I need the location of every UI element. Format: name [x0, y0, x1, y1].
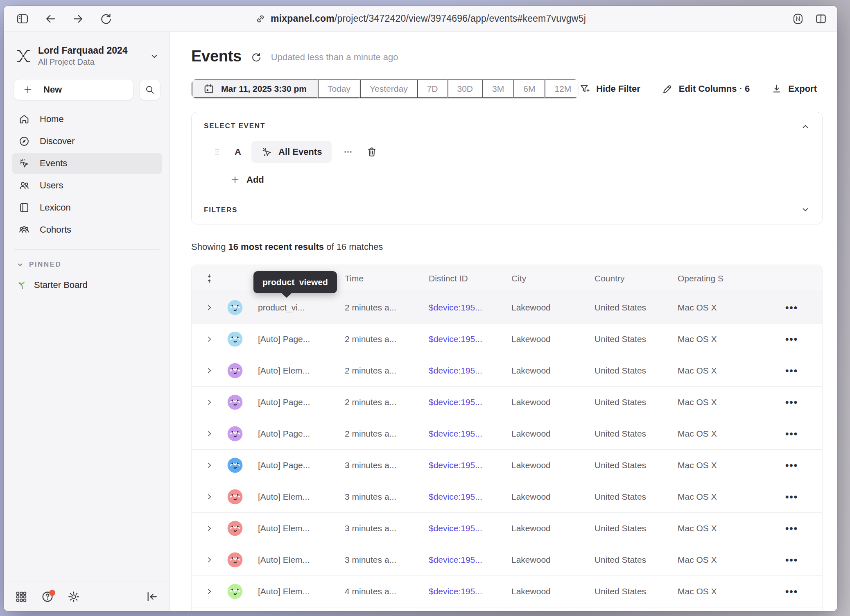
- column-header-city[interactable]: City: [511, 274, 595, 283]
- range-3m[interactable]: 3M: [482, 79, 513, 98]
- row-expand-icon[interactable]: [192, 493, 227, 501]
- date-picker-button[interactable]: Mar 11, 2025 3:30 pm: [192, 79, 318, 98]
- drag-handle-icon[interactable]: [210, 145, 224, 159]
- help-icon[interactable]: [41, 590, 54, 604]
- sidebar-item-cohorts[interactable]: Cohorts: [12, 219, 162, 240]
- table-row[interactable]: [Auto] Elem... 3 minutes a... $device:19…: [192, 544, 822, 576]
- row-actions-icon[interactable]: •••: [785, 554, 798, 566]
- distinct-id-link[interactable]: $device:195...: [429, 397, 511, 407]
- row-expand-icon[interactable]: [192, 398, 227, 406]
- distinct-id-link[interactable]: $device:195...: [429, 587, 511, 596]
- chevron-down-icon: [16, 260, 24, 269]
- distinct-id-link[interactable]: $device:195...: [429, 492, 511, 502]
- column-header-distinct-id[interactable]: Distinct ID: [429, 274, 511, 283]
- row-expand-icon[interactable]: [192, 556, 227, 564]
- sidebar-item-lexicon[interactable]: Lexicon: [12, 197, 162, 218]
- event-more-options-icon[interactable]: [341, 145, 355, 159]
- column-header-os[interactable]: Operating S: [678, 274, 761, 283]
- row-expand-icon[interactable]: [192, 524, 227, 532]
- sidebar-item-discover[interactable]: Discover: [12, 131, 162, 152]
- range-30d[interactable]: 30D: [448, 79, 483, 98]
- table-row[interactable]: [Auto] Page... 3 minutes a... $device:19…: [192, 450, 822, 481]
- refresh-icon[interactable]: [251, 52, 262, 63]
- table-row[interactable]: [Auto] Page... 2 minutes a... $device:19…: [192, 387, 822, 418]
- sidebar-toggle-icon[interactable]: [16, 12, 29, 25]
- row-actions-icon[interactable]: •••: [785, 302, 798, 313]
- apps-grid-icon[interactable]: [14, 590, 28, 604]
- collapse-sidebar-icon[interactable]: [145, 590, 159, 604]
- distinct-id-link[interactable]: $device:195...: [429, 334, 511, 344]
- collapse-section-icon[interactable]: [800, 121, 811, 132]
- event-time: 3 minutes a...: [345, 555, 429, 565]
- page-settings-icon[interactable]: [791, 12, 805, 25]
- row-expand-icon[interactable]: [192, 587, 227, 596]
- collapse-rows-icon[interactable]: [192, 274, 227, 283]
- url-bar[interactable]: mixpanel.com/project/3472420/view/397469…: [255, 6, 586, 32]
- range-12m[interactable]: 12M: [545, 79, 579, 98]
- updated-status: Updated less than a minute ago: [271, 52, 398, 63]
- row-actions-icon[interactable]: •••: [785, 396, 798, 408]
- table-row[interactable]: [Auto] Elem... 3 minutes a... $device:19…: [192, 513, 822, 544]
- row-actions-icon[interactable]: •••: [785, 523, 798, 534]
- pinned-section-header[interactable]: PINNED: [16, 260, 160, 269]
- table-row[interactable]: [Auto] Elem... 4 minutes a... $device:19…: [192, 576, 822, 607]
- event-avatar-icon: [227, 394, 243, 410]
- sidebar-item-users[interactable]: Users: [12, 175, 162, 196]
- row-actions-icon[interactable]: •••: [785, 365, 798, 376]
- range-7d[interactable]: 7D: [417, 79, 448, 98]
- results-summary: Showing 16 most recent results of 16 mat…: [191, 242, 823, 252]
- forward-icon[interactable]: [72, 12, 85, 25]
- event-name: [Auto] Elem...: [258, 523, 345, 533]
- event-city: Lakewood: [511, 555, 595, 565]
- row-expand-icon[interactable]: [192, 430, 227, 438]
- event-avatar-icon: [227, 552, 243, 568]
- download-icon: [771, 83, 782, 95]
- hide-filter-button[interactable]: Hide Filter: [579, 83, 640, 95]
- table-row[interactable]: [Auto] Elem... 2 minutes a... $device:19…: [192, 355, 822, 387]
- range-6m[interactable]: 6M: [513, 79, 545, 98]
- table-row[interactable]: [Auto] Elem... 3 minutes a... $device:19…: [192, 481, 822, 513]
- edit-columns-button[interactable]: Edit Columns · 6: [662, 83, 750, 95]
- column-header-time[interactable]: Time: [345, 274, 429, 283]
- delete-event-icon[interactable]: [364, 145, 379, 159]
- distinct-id-link[interactable]: $device:195...: [429, 460, 511, 470]
- row-expand-icon[interactable]: [192, 303, 227, 312]
- distinct-id-link[interactable]: $device:195...: [429, 303, 511, 313]
- sidebar-item-starter-board[interactable]: Starter Board: [12, 274, 162, 296]
- distinct-id-link[interactable]: $device:195...: [429, 429, 511, 439]
- row-actions-icon[interactable]: •••: [785, 333, 798, 345]
- row-expand-icon[interactable]: [192, 335, 227, 343]
- expand-filters-icon[interactable]: [800, 204, 811, 215]
- row-actions-icon[interactable]: •••: [785, 586, 798, 597]
- row-actions-icon[interactable]: •••: [785, 491, 798, 503]
- sidebar-item-home[interactable]: Home: [12, 109, 162, 130]
- range-today[interactable]: Today: [318, 79, 360, 98]
- row-expand-icon[interactable]: [192, 367, 227, 375]
- sidebar-item-events[interactable]: Events: [12, 153, 162, 174]
- project-switcher[interactable]: Lord Farquaad 2024 All Project Data: [12, 43, 162, 68]
- back-icon[interactable]: [44, 12, 57, 25]
- event-selector-chip[interactable]: All Events: [251, 141, 332, 163]
- gear-icon[interactable]: [67, 590, 81, 604]
- table-row[interactable]: [Auto] Page... 2 minutes a... $device:19…: [192, 324, 822, 355]
- distinct-id-link[interactable]: $device:195...: [429, 366, 511, 376]
- pencil-icon: [662, 83, 673, 95]
- row-actions-icon[interactable]: •••: [785, 428, 798, 439]
- range-yesterday[interactable]: Yesterday: [360, 79, 417, 98]
- plus-icon: [23, 85, 33, 95]
- distinct-id-link[interactable]: $device:195...: [429, 555, 511, 565]
- distinct-id-link[interactable]: $device:195...: [429, 523, 511, 533]
- export-button[interactable]: Export: [771, 83, 817, 95]
- column-header-country[interactable]: Country: [595, 274, 678, 283]
- row-actions-icon[interactable]: •••: [785, 460, 798, 471]
- search-button[interactable]: [139, 79, 161, 100]
- reload-icon[interactable]: [99, 12, 113, 25]
- table-row[interactable]: [Auto] Page... 2 minutes a... $device:19…: [192, 418, 822, 450]
- row-expand-icon[interactable]: [192, 461, 227, 469]
- event-city: Lakewood: [511, 334, 595, 344]
- new-button[interactable]: New: [14, 79, 133, 100]
- split-view-icon[interactable]: [814, 12, 827, 25]
- add-event-button[interactable]: Add: [230, 174, 264, 185]
- event-name: [Auto] Page...: [258, 397, 345, 407]
- table-row[interactable]: [192, 607, 822, 611]
